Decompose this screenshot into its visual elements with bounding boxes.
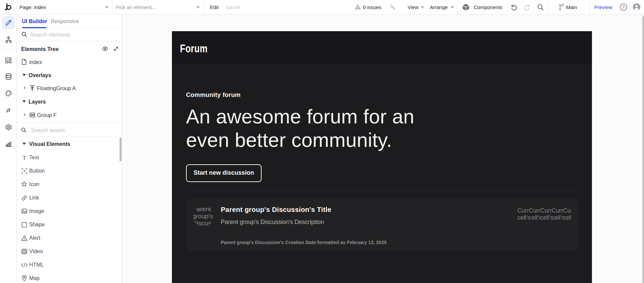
svg-text:?: ? <box>622 4 625 10</box>
svg-text:T: T <box>22 155 26 160</box>
